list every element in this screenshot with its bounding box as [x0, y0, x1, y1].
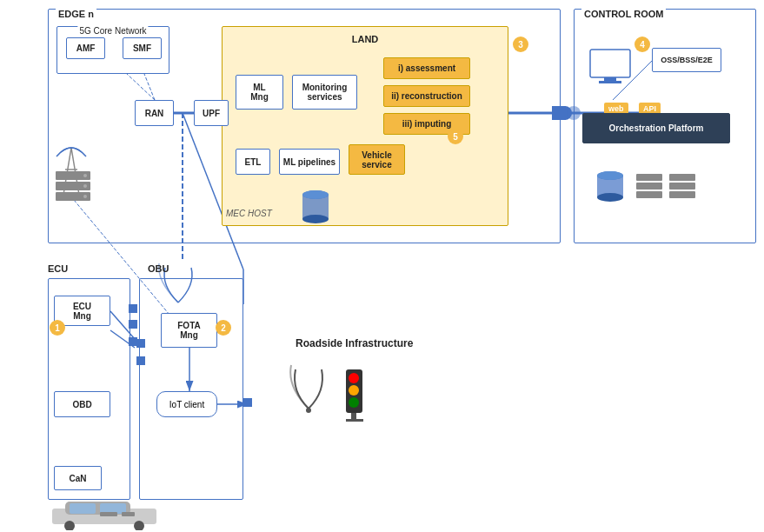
mec-host-label: MEC HOST — [226, 209, 272, 218]
iot-client-label: IoT client — [169, 400, 204, 409]
badge-2: 2 — [216, 320, 231, 336]
svg-rect-53 — [636, 183, 662, 190]
orchestration-label: Orchestration Platform — [609, 123, 704, 133]
svg-point-43 — [83, 184, 87, 188]
svg-point-33 — [302, 190, 329, 199]
database-icon-ctrl1 — [595, 170, 626, 208]
svg-rect-26 — [243, 398, 252, 407]
svg-point-44 — [83, 195, 87, 198]
obd-box: OBD — [54, 391, 110, 417]
core-network-label: 5G Core Network — [77, 26, 148, 36]
ml-mng-box: ML Mng — [236, 75, 283, 110]
upf-label: UPF — [203, 109, 220, 118]
ml-mng-label: ML Mng — [250, 83, 269, 102]
svg-point-62 — [349, 397, 359, 408]
svg-rect-47 — [599, 81, 621, 83]
land-label: LAND — [352, 34, 379, 44]
diagram-container: EDGE n CONTROL ROOM LAND ML Mng Monitori… — [0, 0, 764, 532]
oss-box: OSS/BSS/E2E — [652, 48, 721, 72]
ecu-section-label: ECU — [48, 263, 68, 274]
roadside-signal-icon — [287, 361, 330, 415]
ran-box: RAN — [135, 100, 174, 126]
amf-label: AMF — [76, 43, 96, 53]
database-icon-land — [301, 188, 331, 229]
ran-label: RAN — [145, 109, 164, 118]
vehicle-service-box: Vehicle service — [349, 144, 405, 175]
svg-point-58 — [306, 408, 311, 413]
monitoring-label: Monitoring services — [302, 83, 348, 102]
badge-3: 3 — [513, 37, 528, 52]
traffic-light-icon — [339, 365, 369, 423]
svg-rect-64 — [346, 419, 363, 422]
svg-rect-54 — [636, 191, 662, 198]
svg-rect-57 — [669, 191, 695, 198]
assessment-box: i) assessment — [383, 57, 470, 79]
smf-label: SMF — [133, 43, 151, 53]
server-rack-icon — [54, 170, 93, 206]
svg-point-61 — [349, 385, 359, 396]
smf-box: SMF — [123, 37, 162, 59]
svg-point-60 — [349, 373, 359, 383]
svg-point-50 — [597, 193, 623, 202]
orchestration-platform-box: Orchestration Platform — [582, 113, 730, 143]
svg-rect-56 — [669, 183, 695, 190]
obu-box-outline — [139, 278, 243, 500]
svg-rect-55 — [669, 174, 695, 181]
badge-1: 1 — [50, 320, 65, 336]
car-icon — [48, 500, 161, 532]
assessment-label: i) assessment — [398, 63, 455, 73]
fota-mng-box: FOTA Mng — [161, 313, 217, 348]
roadside-label: Roadside Infrastructure — [296, 337, 413, 349]
badge-5: 5 — [448, 129, 463, 144]
svg-rect-45 — [590, 50, 630, 77]
ml-pipelines-label: ML pipelines — [283, 157, 335, 167]
server-rack-ctrl — [634, 172, 700, 210]
svg-point-32 — [302, 215, 329, 223]
upf-box: UPF — [194, 100, 229, 126]
oss-label: OSS/BSS/E2E — [661, 56, 713, 64]
can-label: CaN — [69, 474, 86, 483]
badge-4: 4 — [634, 37, 650, 52]
etl-label: ETL — [245, 157, 262, 167]
core-network-box: 5G Core Network AMF SMF — [56, 26, 169, 74]
fota-mng-label: FOTA Mng — [177, 321, 200, 340]
reconstruction-label: ii) reconstruction — [391, 91, 462, 101]
land-box: LAND ML Mng Monitoring services ETL ML p… — [222, 26, 508, 226]
svg-rect-71 — [100, 512, 117, 516]
iot-client-box: IoT client — [156, 391, 217, 417]
edge-n-label: EDGE n — [56, 9, 96, 19]
svg-rect-63 — [351, 413, 356, 420]
amf-box: AMF — [66, 37, 105, 59]
svg-point-51 — [597, 171, 623, 180]
etl-box: ETL — [236, 149, 270, 175]
svg-point-42 — [83, 174, 87, 177]
ecu-mng-label: ECU Mng — [73, 302, 91, 321]
svg-rect-69 — [70, 503, 96, 514]
obu-section-label: OBU — [148, 263, 169, 274]
control-room-label: CONTROL ROOM — [581, 9, 666, 19]
reconstruction-box: ii) reconstruction — [383, 85, 470, 107]
ml-pipelines-box: ML pipelines — [279, 149, 340, 175]
svg-rect-72 — [122, 512, 135, 516]
svg-rect-52 — [636, 174, 662, 181]
obd-label: OBD — [72, 400, 91, 409]
imputing-label: iii) imputing — [402, 119, 452, 129]
monitoring-services-box: Monitoring services — [292, 75, 357, 110]
monitor-icon — [588, 48, 632, 89]
can-box: CaN — [54, 466, 102, 490]
vehicle-service-label: Vehicle service — [362, 150, 391, 170]
